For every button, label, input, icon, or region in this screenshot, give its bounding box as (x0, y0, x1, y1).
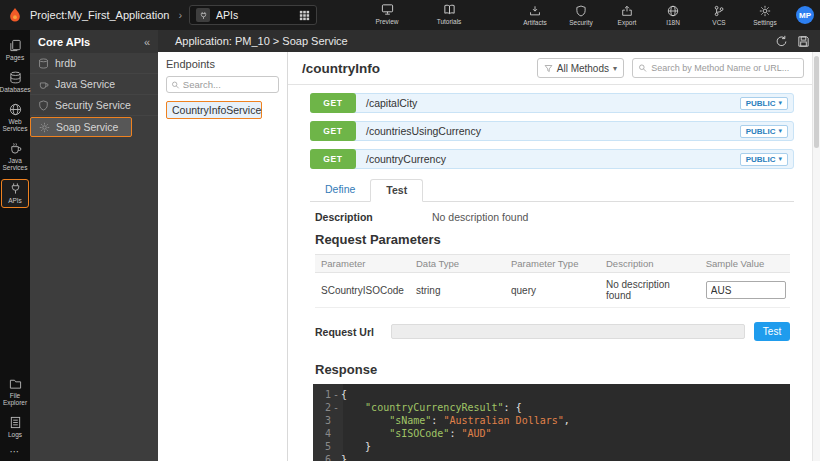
chevron-right-icon: › (178, 9, 182, 21)
sidebar-item-databases[interactable]: Databases (1, 69, 29, 96)
caret-down-icon: ▾ (778, 127, 782, 135)
sidebar-item-file-explorer[interactable]: File Explorer (1, 375, 29, 409)
pages-label: Pages (6, 54, 24, 61)
sidebar-item-pages[interactable]: Pages (1, 37, 29, 64)
parameters-table: Parameter Data Type Parameter Type Descr… (315, 254, 790, 308)
endpoints-panel: Endpoints CountryInfoService (158, 52, 288, 461)
core-item-soap-service[interactable]: Soap Service (30, 117, 132, 137)
api-header: /countryInfo All Methods ▾ (288, 52, 820, 85)
more-options-icon[interactable]: ⋯ (10, 446, 21, 457)
tab-test[interactable]: Test (370, 179, 423, 202)
request-parameters-title: Request Parameters (315, 232, 820, 247)
core-item-hrdb[interactable]: hrdb (30, 53, 158, 74)
security-label: Security (569, 19, 592, 26)
save-icon[interactable] (797, 35, 810, 48)
settings-button[interactable]: Settings (748, 5, 782, 26)
java-service-label: Java Service (55, 78, 115, 90)
param-type-cell: query (505, 273, 600, 307)
parameters-table-header: Parameter Data Type Parameter Type Descr… (315, 255, 790, 273)
fold-widget[interactable]: - (331, 401, 341, 414)
operation-row-capitalcity[interactable]: GET /capitalCity PUBLIC ▾ (310, 93, 794, 113)
param-description-cell: No description found (600, 273, 700, 307)
sample-value-input[interactable] (706, 281, 786, 299)
settings-label: Settings (753, 19, 777, 26)
access-label: PUBLIC (746, 155, 776, 164)
breadcrumb: Application: PM_10 > Soap Service (175, 35, 348, 47)
i18n-button[interactable]: I18N (656, 5, 690, 26)
core-item-java-service[interactable]: Java Service (30, 74, 158, 95)
col-sample-value: Sample Value (700, 255, 790, 272)
sidebar-item-logs[interactable]: Logs (1, 414, 29, 441)
col-parameter-type: Parameter Type (505, 255, 600, 272)
request-url-row: Request Url Test (315, 322, 790, 341)
operations-list: GET /capitalCity PUBLIC ▾ GET /countries… (310, 93, 794, 169)
operation-row-countriesusingcurrency[interactable]: GET /countriesUsingCurrency PUBLIC ▾ (310, 121, 794, 141)
col-data-type: Data Type (410, 255, 505, 272)
artifacts-button[interactable]: Artifacts (518, 5, 552, 26)
access-label: PUBLIC (746, 127, 776, 136)
sidebar-item-java-services[interactable]: Java Services (1, 140, 29, 174)
core-item-security-service[interactable]: Security Service (30, 95, 158, 116)
parameter-row: SCountryISOCode string query No descript… (315, 273, 790, 308)
param-data-type-cell: string (410, 273, 505, 307)
access-dropdown[interactable]: PUBLIC ▾ (740, 97, 788, 110)
operation-row-countrycurrency[interactable]: GET /countryCurrency PUBLIC ▾ (310, 149, 794, 169)
access-label: PUBLIC (746, 99, 776, 108)
hrdb-label: hrdb (55, 57, 76, 69)
get-method-button[interactable]: GET (310, 149, 356, 169)
code-line-3: 3 "sName": "Australian Dollars", (313, 414, 790, 427)
tab-define[interactable]: Define (310, 179, 370, 201)
endpoint-item-countryinfoservice[interactable]: CountryInfoService (166, 101, 262, 119)
artifacts-label: Artifacts (523, 19, 546, 26)
sidebar-item-apis[interactable]: APIs (1, 179, 29, 208)
app-window: Project:My_First_Application › APIs Prev… (0, 0, 820, 461)
web-services-label: Web Services (1, 118, 29, 132)
col-parameter: Parameter (315, 255, 410, 272)
access-dropdown[interactable]: PUBLIC ▾ (740, 153, 788, 166)
databases-label: Databases (0, 86, 31, 93)
description-row: Description No description found (315, 211, 794, 223)
vcs-button[interactable]: VCS (702, 5, 736, 26)
core-apis-title: Core APIs (38, 36, 90, 48)
get-method-button[interactable]: GET (310, 121, 356, 141)
topbar-center-actions: Preview Tutorials (370, 3, 466, 25)
test-button[interactable]: Test (754, 322, 790, 341)
project-name[interactable]: Project:My_First_Application (30, 9, 169, 21)
method-search[interactable] (632, 58, 804, 78)
operation-path: /capitalCity (366, 97, 417, 109)
endpoints-search-input[interactable] (183, 79, 274, 90)
collapse-panel-icon[interactable]: « (144, 36, 150, 48)
methods-filter-dropdown[interactable]: All Methods ▾ (537, 58, 624, 78)
main-scrollbar[interactable] (812, 52, 820, 461)
refresh-icon[interactable] (775, 35, 788, 48)
col-description: Description (600, 255, 700, 272)
security-button[interactable]: Security (564, 5, 598, 26)
response-editor[interactable]: 1-{ 2- "countryCurrencyResult": { 3 "sNa… (313, 384, 790, 461)
preview-button[interactable]: Preview (370, 3, 404, 25)
access-dropdown[interactable]: PUBLIC ▾ (740, 125, 788, 138)
vcs-label: VCS (712, 19, 725, 26)
operation-path: /countryCurrency (366, 153, 446, 165)
endpoints-search[interactable] (166, 76, 279, 93)
param-name-cell: SCountryISOCode (315, 273, 410, 307)
method-search-input[interactable] (651, 63, 798, 73)
methods-filter-label: All Methods (557, 63, 609, 74)
code-line-2: 2- "countryCurrencyResult": { (313, 401, 790, 414)
apis-workspace-icon (196, 8, 210, 22)
scrollbar-thumb[interactable] (814, 56, 819, 148)
export-button[interactable]: Export (610, 5, 644, 26)
search-icon (638, 63, 647, 73)
tutorials-button[interactable]: Tutorials (432, 3, 466, 25)
logs-label: Logs (8, 431, 22, 438)
workspace-label: APIs (216, 9, 293, 21)
brand-logo[interactable] (0, 7, 30, 23)
fold-widget[interactable]: - (331, 388, 341, 401)
user-avatar[interactable]: MP (796, 6, 814, 24)
get-method-button[interactable]: GET (310, 93, 356, 113)
export-label: Export (618, 19, 637, 26)
request-url-input[interactable] (391, 324, 745, 339)
workspace-switcher[interactable]: APIs (189, 5, 317, 25)
sidebar-item-web-services[interactable]: Web Services (1, 101, 29, 135)
grid-view-icon[interactable] (299, 10, 310, 21)
breadcrumb-actions (775, 35, 810, 48)
